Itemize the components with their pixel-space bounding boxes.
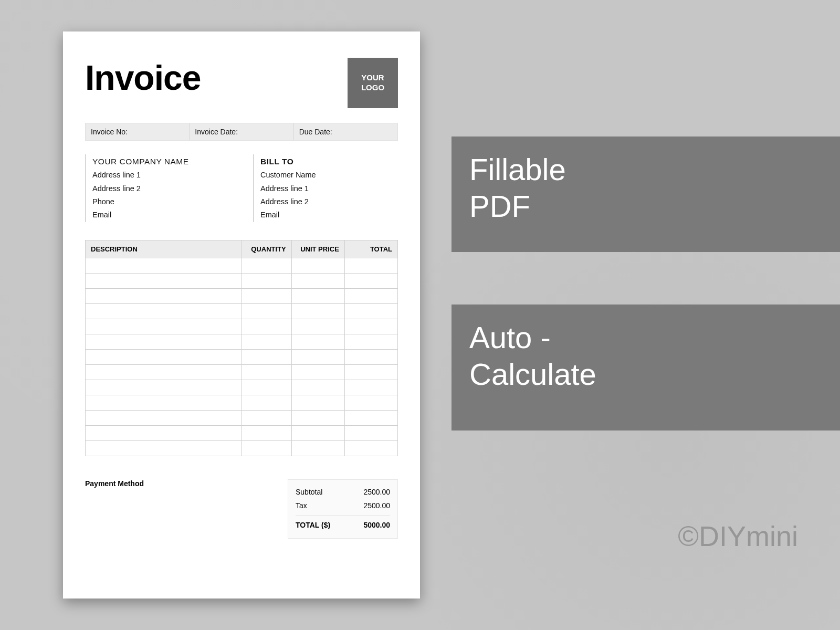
- logo-line-1: YOUR: [361, 73, 384, 83]
- table-cell[interactable]: [86, 303, 242, 319]
- bill-to-block: BILL TO Customer Name Address line 1 Add…: [253, 154, 398, 222]
- table-cell[interactable]: [242, 380, 291, 395]
- banner-fillable-line-1: Fillable: [469, 151, 822, 188]
- banner-fillable-line-2: PDF: [469, 188, 822, 225]
- banner-auto-calculate: Auto - Calculate: [452, 304, 840, 430]
- invoice-date-field[interactable]: Invoice Date:: [190, 123, 293, 140]
- table-cell[interactable]: [344, 319, 397, 334]
- col-header-total: TOTAL: [344, 240, 397, 258]
- table-cell[interactable]: [344, 380, 397, 395]
- table-cell[interactable]: [344, 425, 397, 440]
- table-row[interactable]: [86, 425, 398, 440]
- table-cell[interactable]: [344, 288, 397, 303]
- table-row[interactable]: [86, 288, 398, 303]
- totals-divider: [296, 516, 390, 516]
- table-cell[interactable]: [291, 410, 344, 425]
- table-row[interactable]: [86, 364, 398, 380]
- table-cell[interactable]: [344, 410, 397, 425]
- table-cell[interactable]: [242, 410, 291, 425]
- table-cell[interactable]: [86, 273, 242, 288]
- table-cell[interactable]: [344, 334, 397, 349]
- invoice-no-field[interactable]: Invoice No:: [86, 123, 190, 140]
- table-cell[interactable]: [86, 440, 242, 456]
- table-cell[interactable]: [344, 303, 397, 319]
- table-cell[interactable]: [291, 303, 344, 319]
- col-header-description: DESCRIPTION: [86, 240, 242, 258]
- table-cell[interactable]: [242, 288, 291, 303]
- invoice-meta-row: Invoice No: Invoice Date: Due Date:: [85, 123, 398, 141]
- table-cell[interactable]: [291, 288, 344, 303]
- table-cell[interactable]: [86, 395, 242, 410]
- table-cell[interactable]: [291, 273, 344, 288]
- table-cell[interactable]: [242, 303, 291, 319]
- table-row[interactable]: [86, 319, 398, 334]
- table-cell[interactable]: [291, 364, 344, 380]
- table-row[interactable]: [86, 395, 398, 410]
- invoice-page: Invoice YOUR LOGO Invoice No: Invoice Da…: [63, 32, 420, 598]
- table-cell[interactable]: [242, 273, 291, 288]
- table-cell[interactable]: [344, 440, 397, 456]
- table-cell[interactable]: [86, 364, 242, 380]
- table-cell[interactable]: [291, 380, 344, 395]
- table-cell[interactable]: [242, 425, 291, 440]
- subtotal-label: Subtotal: [296, 488, 322, 496]
- bill-to-email: Email: [260, 208, 398, 222]
- table-cell[interactable]: [86, 349, 242, 364]
- table-cell[interactable]: [242, 258, 291, 273]
- tax-row: Tax 2500.00: [296, 499, 390, 512]
- table-cell[interactable]: [86, 334, 242, 349]
- table-cell[interactable]: [344, 364, 397, 380]
- from-phone: Phone: [92, 195, 232, 208]
- table-cell[interactable]: [291, 395, 344, 410]
- table-cell[interactable]: [242, 319, 291, 334]
- table-row[interactable]: [86, 273, 398, 288]
- bottom-area: Payment Method Subtotal 2500.00 Tax 2500…: [85, 479, 398, 539]
- table-cell[interactable]: [344, 273, 397, 288]
- table-cell[interactable]: [86, 425, 242, 440]
- banner-auto-line-1: Auto -: [469, 319, 822, 356]
- table-cell[interactable]: [242, 395, 291, 410]
- table-row[interactable]: [86, 303, 398, 319]
- table-cell[interactable]: [86, 288, 242, 303]
- table-cell[interactable]: [344, 258, 397, 273]
- table-row[interactable]: [86, 334, 398, 349]
- table-cell[interactable]: [86, 410, 242, 425]
- table-cell[interactable]: [86, 380, 242, 395]
- table-row[interactable]: [86, 410, 398, 425]
- table-row[interactable]: [86, 349, 398, 364]
- table-cell[interactable]: [291, 349, 344, 364]
- table-row[interactable]: [86, 258, 398, 273]
- col-header-quantity: QUANTITY: [242, 240, 291, 258]
- table-cell[interactable]: [344, 349, 397, 364]
- table-cell[interactable]: [86, 258, 242, 273]
- invoice-title: Invoice: [85, 58, 201, 98]
- tax-value: 2500.00: [363, 501, 390, 510]
- banner-auto-line-2: Calculate: [469, 356, 822, 393]
- due-date-field[interactable]: Due Date:: [294, 123, 397, 140]
- totals-box: Subtotal 2500.00 Tax 2500.00 TOTAL ($) 5…: [288, 479, 398, 539]
- table-cell[interactable]: [291, 258, 344, 273]
- bill-to-heading: BILL TO: [260, 154, 398, 169]
- brand-credit: ©DIYmini: [678, 520, 798, 552]
- table-cell[interactable]: [291, 440, 344, 456]
- table-cell[interactable]: [242, 334, 291, 349]
- table-row[interactable]: [86, 380, 398, 395]
- table-cell[interactable]: [242, 364, 291, 380]
- from-address-2: Address line 2: [92, 182, 232, 195]
- bill-to-customer: Customer Name: [260, 169, 398, 182]
- table-cell[interactable]: [291, 319, 344, 334]
- parties-section: YOUR COMPANY NAME Address line 1 Address…: [85, 154, 398, 222]
- table-cell[interactable]: [86, 319, 242, 334]
- logo-line-2: LOGO: [361, 83, 384, 93]
- table-cell[interactable]: [344, 395, 397, 410]
- tax-label: Tax: [296, 501, 307, 510]
- table-cell[interactable]: [291, 334, 344, 349]
- table-row[interactable]: [86, 440, 398, 456]
- bill-to-address-2: Address line 2: [260, 195, 398, 208]
- grand-total-value: 5000.00: [363, 521, 390, 529]
- table-cell[interactable]: [242, 349, 291, 364]
- table-cell[interactable]: [242, 440, 291, 456]
- subtotal-row: Subtotal 2500.00: [296, 485, 390, 499]
- grand-total-row: TOTAL ($) 5000.00: [296, 518, 390, 532]
- table-cell[interactable]: [291, 425, 344, 440]
